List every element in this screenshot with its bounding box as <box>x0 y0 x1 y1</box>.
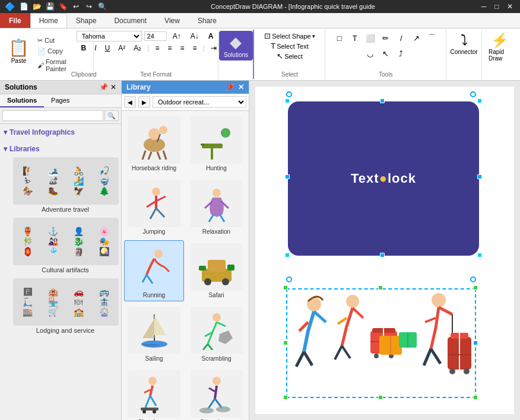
connector-small-tool[interactable]: ⤴ <box>394 46 408 61</box>
libraries-header[interactable]: ▾ Libraries <box>2 143 119 155</box>
font-size-input[interactable] <box>144 31 167 41</box>
library-item-snowshoeing[interactable]: Snowshoe... <box>186 367 246 420</box>
canvas-area[interactable]: Text●lock <box>249 81 520 420</box>
align-right-btn[interactable]: ≡ <box>176 43 188 53</box>
library-forward-btn[interactable]: ▶ <box>138 96 150 108</box>
handle-tm-1[interactable] <box>380 98 385 103</box>
cut-button[interactable]: ✂ Cut <box>35 36 69 46</box>
underline-btn[interactable]: U <box>102 43 114 53</box>
superscript-btn[interactable]: A² <box>115 43 129 53</box>
align-justify-btn[interactable]: ≡ <box>189 43 200 53</box>
handle-ml-2[interactable] <box>283 341 288 345</box>
handle-bl-1[interactable] <box>285 253 290 257</box>
cultural-artifacts-item[interactable]: 🏺 ⚓ 👤 🌸 🎋 🎎 🐉 🎭 🏮 🎐 🗿 <box>12 215 119 276</box>
tab-home[interactable]: Home <box>30 13 67 28</box>
select-button[interactable]: ↖ Select <box>275 51 304 61</box>
format-painter-button[interactable]: 🖌 Format Painter <box>35 57 69 74</box>
library-item-sailing[interactable]: Sailing <box>124 304 184 365</box>
font-family-select[interactable]: Tahoma <box>77 31 142 42</box>
select-text-button[interactable]: T Select Text <box>269 41 310 51</box>
qa-new[interactable]: 📄 <box>18 1 29 12</box>
rotate-handle-top-left-2[interactable] <box>286 276 292 282</box>
library-dropdown[interactable]: Outdoor recreat... <box>153 96 246 108</box>
close-btn[interactable]: ✕ <box>505 1 515 12</box>
library-item-skateboarding[interactable]: Skateboar... <box>124 367 184 420</box>
indent-btn[interactable]: ⇥ <box>207 43 220 53</box>
italic-btn[interactable]: I <box>91 43 100 53</box>
align-center-btn[interactable]: ≡ <box>164 43 175 53</box>
shape-tool[interactable]: ⬜ <box>363 31 378 45</box>
handle-tm-2[interactable] <box>378 285 383 290</box>
rotate-handle-top-left-1[interactable] <box>286 91 292 97</box>
solutions-tab-pages[interactable]: Pages <box>44 94 77 107</box>
library-item-hunting[interactable]: Hunting <box>186 113 246 174</box>
solutions-button[interactable]: ◆ Solutions <box>219 31 253 61</box>
qa-redo[interactable]: ↪ <box>84 1 94 12</box>
subscript-btn[interactable]: A₂ <box>130 43 145 53</box>
library-back-btn[interactable]: ◀ <box>124 96 136 108</box>
line-tool[interactable]: / <box>394 31 408 45</box>
solutions-tab-solutions[interactable]: Solutions <box>0 94 44 107</box>
qa-undo[interactable]: ↩ <box>71 1 81 12</box>
tab-shape[interactable]: Shape <box>67 13 106 28</box>
library-item-scrambling[interactable]: Scrambling <box>186 304 246 365</box>
maximize-btn[interactable]: □ <box>492 1 502 12</box>
tab-document[interactable]: Document <box>105 13 156 28</box>
qa-bookmark[interactable]: 🔖 <box>58 1 68 12</box>
handle-ml-1[interactable] <box>285 174 290 179</box>
library-item-relaxation[interactable]: Relaxation <box>186 177 246 238</box>
text-tool[interactable]: T <box>348 31 362 45</box>
bold-btn[interactable]: B <box>78 43 90 53</box>
paste-button[interactable]: 📋 Paste <box>6 36 31 74</box>
library-item-horseback-riding[interactable]: Horseback riding <box>124 113 184 174</box>
qa-search[interactable]: 🔍 <box>97 1 107 12</box>
rapid-draw-button[interactable]: ⚡ Rapid Draw <box>485 31 515 63</box>
handle-mr-2[interactable] <box>473 341 478 345</box>
copy-button[interactable]: 📄 Copy <box>35 46 69 56</box>
lodging-service-item[interactable]: 🅿 🏨 🚗 🚌 🛴 🏪 🍽 🏦 🏬 🛒 🏫 <box>12 276 119 336</box>
adventure-travel-item[interactable]: 🧗 🎿 🚴 🎣 ⛷ 🏕 🏄 🤿 🏇 🥾 🦅 <box>12 155 119 215</box>
handle-tr-2[interactable] <box>473 285 478 290</box>
font-color-btn[interactable]: A <box>205 31 217 42</box>
handle-bl-2[interactable] <box>283 395 288 400</box>
minimize-btn[interactable]: ─ <box>478 1 489 12</box>
arrow-tool[interactable]: ↗ <box>410 31 424 45</box>
solutions-search-input[interactable] <box>2 110 103 121</box>
tab-share[interactable]: Share <box>189 13 226 28</box>
qa-save[interactable]: 💾 <box>45 1 55 12</box>
arc-tool[interactable]: ◡ <box>363 46 378 61</box>
align-left-btn[interactable]: ≡ <box>151 43 163 53</box>
library-item-running[interactable]: Running <box>124 240 184 301</box>
handle-bm-2[interactable] <box>378 395 383 400</box>
solutions-close-icon[interactable]: ✕ <box>110 83 116 91</box>
rotate-handle-top-right-1[interactable] <box>470 91 476 97</box>
solutions-pin-icon[interactable]: 📌 <box>99 83 108 91</box>
canvas-shape-1[interactable]: Text●lock <box>288 101 479 256</box>
qa-open[interactable]: 📂 <box>31 1 42 12</box>
canvas[interactable]: Text●lock <box>255 87 514 414</box>
curve-tool[interactable]: ⌒ <box>425 31 439 45</box>
library-item-safari[interactable]: Safari <box>186 240 246 301</box>
library-pin-icon[interactable]: 📌 <box>226 83 234 91</box>
handle-br-2[interactable] <box>473 395 478 400</box>
handle-mr-1[interactable] <box>477 174 482 179</box>
tab-view[interactable]: View <box>156 13 189 28</box>
pointer-tool[interactable]: ↖ <box>379 46 393 61</box>
connector-button[interactable]: ⤵ Connector <box>446 31 481 56</box>
rectangle-tool[interactable]: □ <box>332 31 347 45</box>
handle-bm-1[interactable] <box>380 253 385 257</box>
handle-tl-2[interactable] <box>283 285 288 290</box>
select-shape-button[interactable]: ⊡ Select Shape ▾ <box>263 31 316 41</box>
increase-font-btn[interactable]: A↑ <box>169 31 185 42</box>
handle-tl-1[interactable] <box>285 98 290 103</box>
library-close-icon[interactable]: ✕ <box>238 83 244 91</box>
solutions-search-button[interactable]: 🔍 <box>104 110 119 121</box>
rotate-handle-top-right-2[interactable] <box>470 276 476 282</box>
tab-file[interactable]: File <box>0 13 30 28</box>
travel-infographics-header[interactable]: ▾ Travel Infographics <box>2 126 119 138</box>
handle-br-1[interactable] <box>477 253 482 257</box>
pen-tool[interactable]: ✏ <box>379 31 393 45</box>
handle-tr-1[interactable] <box>477 98 482 103</box>
decrease-font-btn[interactable]: A↓ <box>187 31 202 42</box>
library-item-jumping[interactable]: Jumping <box>124 177 184 238</box>
